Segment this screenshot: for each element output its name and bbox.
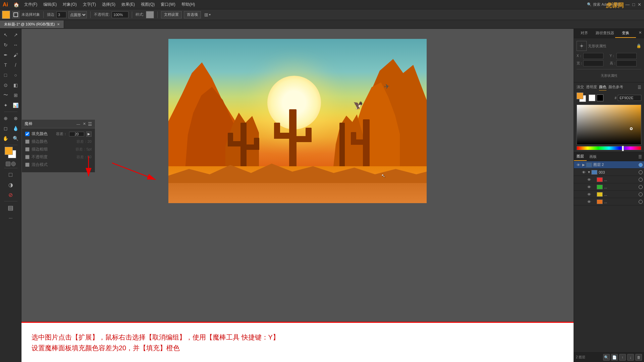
layer-vis-003[interactable]: 👁 bbox=[581, 170, 587, 174]
layer-dot-green[interactable] bbox=[639, 185, 643, 189]
arrange-arrow[interactable]: ▾ bbox=[209, 13, 211, 16]
tab-pathfinder[interactable]: 路径查找器 bbox=[595, 29, 615, 38]
tab-transform[interactable]: 变换 bbox=[615, 29, 636, 38]
w-input[interactable] bbox=[583, 60, 603, 66]
canvas-container[interactable]: 🦅 ✈ ↖ 魔棒 — ✕ ☰ bbox=[21, 29, 574, 322]
layers-move-down-button[interactable]: ↓ bbox=[627, 354, 634, 361]
layer-vis-layer2[interactable]: 👁 bbox=[575, 163, 581, 167]
fill-none-icon[interactable]: □ bbox=[6, 170, 15, 179]
minimize-icon[interactable]: — bbox=[625, 2, 630, 7]
brush-tool[interactable]: 🖌 bbox=[11, 50, 20, 60]
stroke-icon[interactable] bbox=[12, 11, 19, 18]
foreground-color-chip[interactable] bbox=[577, 93, 583, 99]
fill-color-checkbox[interactable] bbox=[25, 132, 30, 136]
layers-menu-icon[interactable]: ☰ bbox=[636, 153, 644, 161]
foreground-color-swatch[interactable] bbox=[5, 147, 13, 155]
layers-delete-button[interactable]: 🗑 bbox=[635, 354, 642, 361]
layer-vis-green[interactable]: 👁 bbox=[586, 185, 592, 189]
layer-dot-red[interactable] bbox=[639, 178, 643, 182]
menu-select[interactable]: 选择(S) bbox=[99, 1, 118, 8]
direct-select-tool[interactable]: ↗ bbox=[11, 30, 20, 40]
free-transform-tool[interactable]: ⊞ bbox=[11, 90, 20, 100]
eraser-tool[interactable]: ◻ bbox=[1, 124, 10, 133]
symbol-tool[interactable]: ✦ bbox=[1, 101, 10, 110]
color-gradient-picker[interactable] bbox=[577, 105, 641, 145]
layer-row-yellow[interactable]: 👁 ... bbox=[574, 191, 644, 198]
color-tab-reference[interactable]: 颜色参考 bbox=[608, 84, 623, 90]
h-input[interactable] bbox=[616, 60, 637, 66]
y-input[interactable] bbox=[616, 53, 637, 59]
layer-vis-red[interactable]: 👁 bbox=[586, 178, 592, 182]
gradient-fill-icon[interactable]: ◑ bbox=[6, 180, 15, 189]
bar-graph-tool[interactable]: 📊 bbox=[11, 101, 20, 110]
layer-row-orange[interactable]: 👁 ... bbox=[574, 198, 644, 205]
home-icon[interactable]: 🏠 bbox=[11, 0, 21, 9]
menu-window[interactable]: 窗口(W) bbox=[158, 1, 178, 8]
x-input[interactable] bbox=[583, 53, 603, 59]
warp-tool[interactable]: 〜 bbox=[1, 90, 10, 100]
rect-tool[interactable]: □ bbox=[1, 70, 10, 80]
hue-slider[interactable] bbox=[577, 146, 641, 150]
menu-view[interactable]: 视图(Q) bbox=[138, 1, 157, 8]
doc-settings-button[interactable]: 文档设置 bbox=[161, 11, 182, 18]
artboard-tool[interactable]: ▤ bbox=[6, 203, 15, 213]
layer-row-layer2[interactable]: 👁 ▶ 图层 2 bbox=[574, 161, 644, 169]
layer-dot-003[interactable] bbox=[639, 170, 643, 174]
menu-effect[interactable]: 效果(E) bbox=[119, 1, 138, 8]
opacity-input[interactable] bbox=[112, 11, 128, 18]
artboard-tab[interactable]: 画板 bbox=[587, 153, 599, 161]
layer-dot-yellow[interactable] bbox=[639, 192, 643, 196]
stroke-value-input[interactable] bbox=[56, 11, 66, 18]
close-icon[interactable]: ✕ bbox=[638, 2, 641, 7]
color-tab-hue[interactable]: 淡交 bbox=[577, 84, 584, 90]
layers-tab[interactable]: 图层 bbox=[574, 153, 587, 161]
fill-color-swatch[interactable] bbox=[2, 11, 10, 19]
layer-row-003[interactable]: 👁 ▼ 003 bbox=[574, 169, 644, 176]
more-tools[interactable]: ··· bbox=[6, 213, 15, 223]
menu-text[interactable]: 文字(T) bbox=[80, 1, 99, 8]
right-panel-close[interactable]: ✕ bbox=[636, 29, 644, 38]
layer-dot-layer2[interactable] bbox=[639, 163, 643, 167]
layer-expand-003[interactable]: ▼ bbox=[587, 170, 591, 174]
pen-tool[interactable]: ✒ bbox=[1, 50, 10, 60]
black-chip[interactable] bbox=[597, 95, 603, 101]
fill-tolerance-increase[interactable]: ▶ bbox=[86, 131, 92, 137]
layer-row-green[interactable]: 👁 ... bbox=[574, 183, 644, 191]
stroke-shape-select[interactable]: 点圆形 bbox=[68, 11, 87, 18]
menu-object[interactable]: 对象(O) bbox=[60, 1, 79, 8]
stroke-width-checkbox[interactable] bbox=[25, 147, 30, 152]
arrange-icon[interactable]: ⊞ bbox=[204, 12, 208, 17]
select-tool[interactable]: ↖ bbox=[1, 30, 10, 40]
hand-tool[interactable]: ✋ bbox=[1, 134, 10, 143]
panel-menu-button[interactable]: ☰ bbox=[88, 121, 92, 127]
color-panel-menu[interactable]: ☰ bbox=[638, 85, 641, 90]
gradient-tool[interactable]: ◧ bbox=[11, 80, 20, 90]
panel-close-button[interactable]: ✕ bbox=[82, 121, 87, 127]
layers-move-up-button[interactable]: ↑ bbox=[619, 354, 626, 361]
opacity-checkbox[interactable] bbox=[25, 155, 30, 159]
stroke-color-checkbox[interactable] bbox=[25, 139, 30, 144]
color-tab-opacity[interactable]: 透明度 bbox=[586, 84, 597, 90]
zoom-tool[interactable]: 🔍 bbox=[11, 134, 20, 143]
fill-tolerance-input[interactable] bbox=[69, 132, 84, 136]
menu-help[interactable]: 帮助(H) bbox=[179, 1, 198, 8]
preferences-button[interactable]: 首选项 bbox=[184, 11, 201, 18]
rotate-tool[interactable]: ↻ bbox=[1, 40, 10, 50]
tab-align[interactable]: 对齐 bbox=[574, 29, 595, 38]
layer-row-red[interactable]: 👁 ... bbox=[574, 176, 644, 183]
document-tab[interactable]: 未标题-1* @ 100% (RGB/预览) ✕ bbox=[0, 20, 64, 28]
panel-collapse-button[interactable]: — bbox=[76, 121, 81, 127]
layers-new-layer-button[interactable]: 📄 bbox=[611, 354, 618, 361]
layer-dot-orange[interactable] bbox=[639, 200, 643, 204]
menu-file[interactable]: 文件(F) bbox=[21, 1, 40, 8]
mesh-tool[interactable]: ⊕ bbox=[1, 114, 10, 123]
tab-close-icon[interactable]: ✕ bbox=[57, 22, 60, 26]
eyedropper-tool[interactable]: 💧 bbox=[11, 124, 20, 133]
line-tool[interactable]: / bbox=[11, 60, 20, 70]
transform-origin-widget[interactable] bbox=[577, 41, 587, 51]
none-fill-icon[interactable]: ⊘ bbox=[6, 190, 15, 199]
reflect-tool[interactable]: ↔ bbox=[11, 40, 20, 50]
hex-input[interactable] bbox=[618, 95, 641, 101]
shape-builder-tool[interactable]: ⊗ bbox=[11, 114, 20, 123]
color-tab-color[interactable]: 颜色 bbox=[599, 84, 606, 90]
